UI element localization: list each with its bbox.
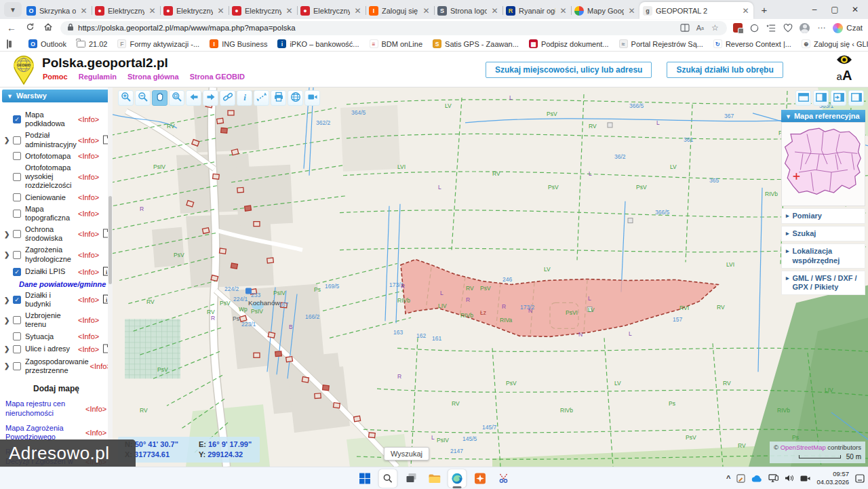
osm-link[interactable]: OpenStreetMap (781, 444, 826, 451)
tab-close-icon[interactable]: ✕ (627, 6, 636, 16)
expand-chevron-icon[interactable]: ❯ (4, 251, 13, 258)
tray-chevron-up-icon[interactable]: ^ (726, 474, 730, 482)
tab-close-icon[interactable]: ✕ (741, 6, 750, 16)
layer-checkbox[interactable] (13, 345, 21, 353)
tab-close-icon[interactable]: ✕ (490, 6, 499, 16)
split-screen-icon[interactable] (679, 22, 690, 33)
profile-avatar[interactable] (800, 23, 810, 33)
layer-checkbox[interactable] (13, 173, 21, 181)
panel-top-button[interactable] (795, 90, 811, 106)
tab-search-button[interactable]: ▼ (4, 2, 22, 17)
panel-right-button[interactable] (813, 90, 829, 106)
bookmark-item-2[interactable]: 21.02 (77, 40, 108, 48)
bookmark-item-5[interactable]: iiPKO – bankowość... (277, 39, 359, 48)
layer-info-link[interactable]: <Info> (78, 210, 102, 218)
layer-info-link[interactable]: <Info> (78, 173, 102, 181)
layer-info-link[interactable]: <Info> (78, 332, 102, 340)
onedrive-icon[interactable] (751, 475, 762, 482)
header-link-pomoc[interactable]: Pomoc (43, 73, 68, 81)
layer-checkbox[interactable]: ✓ (13, 296, 21, 304)
tab-close-icon[interactable]: ✕ (285, 6, 294, 16)
window-minimize-button[interactable]: – (804, 0, 825, 19)
expand-chevron-icon[interactable]: ❯ (4, 345, 13, 353)
edge-browser-button[interactable] (448, 469, 467, 488)
info-tool-button[interactable]: i (237, 90, 252, 106)
layer-info-link[interactable]: <Info> (78, 193, 102, 201)
back-tool-button[interactable] (186, 90, 201, 106)
window-maximize-button[interactable]: ▢ (825, 0, 845, 19)
windows-start-button[interactable] (356, 469, 374, 488)
addmap-link-1[interactable]: Mapa rejestru cen nieruchomości (5, 399, 85, 418)
forward-tool-button[interactable] (203, 90, 218, 106)
bookmark-item-9[interactable]: ≈Portal Rejestrów Są... (619, 39, 703, 48)
bookmark-item-4[interactable]: IING Business (210, 39, 267, 48)
lock-icon[interactable] (67, 23, 74, 33)
layer-checkbox[interactable]: ✓ (13, 268, 21, 276)
browser-tab-8[interactable]: RRyanair ogłasza. 10...✕ (502, 2, 571, 19)
expand-chevron-icon[interactable]: ❯ (4, 136, 13, 144)
header-link-strona-g-wna[interactable]: Strona główna (127, 73, 179, 81)
reference-panel-header[interactable]: ▼Mapa referencyjna (781, 110, 865, 122)
photos-app-button[interactable] (471, 469, 490, 488)
bookmark-item-8[interactable]: ▦Podpisz dokument... (529, 39, 609, 48)
browser-tab-2[interactable]: ●Elektryczny wózek p...✕ (92, 2, 160, 19)
window-close-button[interactable]: ✕ (845, 0, 865, 19)
read-aloud-icon[interactable]: Aa (694, 22, 705, 33)
tab-close-icon[interactable]: ✕ (216, 6, 225, 16)
display-device-icon[interactable] (768, 474, 778, 482)
bookmark-item-6[interactable]: ≡BDM onLine (370, 39, 423, 48)
tab-close-icon[interactable]: ✕ (79, 6, 88, 16)
header-link-strona-geobid[interactable]: Strona GEOBID (190, 73, 245, 81)
bookmarks-sidebar-toggle-icon[interactable] (7, 39, 8, 49)
taskbar-clock[interactable]: 09:57 04.03.2026 (816, 470, 849, 486)
speaker-icon[interactable] (785, 474, 794, 482)
browser-tab-1[interactable]: OSkrzynka odbiorcza -✕ (23, 2, 92, 19)
layer-checkbox[interactable] (13, 193, 21, 201)
accessibility-control[interactable]: aA (835, 54, 853, 82)
tab-close-icon[interactable]: ✕ (559, 6, 568, 16)
panel-menu-gml-wfs-dxf-gpx-pikiety[interactable]: ▸GML / WFS / DXF / GPX / Pikiety (781, 271, 865, 295)
search-button-1[interactable]: Szukaj miejscowości, ulicy lub adresu (486, 62, 652, 78)
geobid-logo[interactable]: GEOBID (9, 54, 38, 87)
layer-info-link[interactable]: <Info> (78, 296, 102, 304)
new-tab-button[interactable]: + (756, 1, 772, 18)
expand-chevron-icon[interactable]: ❯ (4, 317, 13, 324)
layer-checkbox[interactable] (13, 136, 21, 144)
settings-menu-icon[interactable]: ⋯ (816, 22, 827, 33)
browser-tab-3[interactable]: ●Elektryczny wózek p...✕ (160, 2, 229, 19)
layer-checkbox[interactable] (13, 152, 21, 160)
layer-info-link[interactable]: <Info> (78, 152, 102, 160)
layer-checkbox[interactable]: ✓ (13, 115, 21, 123)
measure-tool-button[interactable] (254, 90, 269, 106)
zoom-out-tool-button[interactable] (135, 90, 151, 106)
extension-shield-icon[interactable] (733, 23, 743, 33)
expand-chevron-icon[interactable]: ❯ (4, 362, 13, 370)
font-size-toggle[interactable]: aA (835, 69, 853, 82)
file-explorer-button[interactable] (425, 469, 443, 488)
layer-checkbox[interactable] (13, 251, 21, 259)
bookmark-item-10[interactable]: ↻Reverso Context |... (713, 39, 791, 48)
camera-tool-button[interactable] (304, 90, 320, 106)
extension-crescent-icon[interactable] (749, 22, 760, 33)
map-canvas[interactable]: 224/2224/1233KochanówWpPsIV167166/2223/1… (113, 87, 868, 467)
taskbar-search-button[interactable] (379, 469, 397, 488)
camera-icon[interactable] (800, 475, 810, 482)
layer-info-link[interactable]: <Info> (78, 268, 102, 276)
zoom-window-tool-button[interactable] (169, 90, 184, 106)
browser-tab-6[interactable]: IZaloguj się do ING B...✕ (366, 2, 434, 19)
panel-arrow-button[interactable] (831, 90, 846, 106)
layer-checkbox[interactable] (13, 332, 21, 340)
bookmark-item-11[interactable]: ⊕Zaloguj się ‹ GLITH... (802, 39, 868, 48)
scrollbar-thumb[interactable] (108, 196, 112, 284)
browser-tab-4[interactable]: ●Elektryczny wózek p...✕ (229, 2, 297, 19)
layer-checkbox[interactable] (13, 316, 21, 324)
bookmark-item-3[interactable]: FFormy aktywizacji -... (117, 39, 199, 48)
back-icon[interactable]: ← (5, 22, 18, 33)
layers-panel-header[interactable]: ▼Warstwy (2, 90, 111, 102)
panel-menu-szukaj[interactable]: ▸Szukaj (781, 226, 865, 241)
tab-close-icon[interactable]: ✕ (148, 6, 157, 16)
favorites-list-icon[interactable] (766, 22, 776, 33)
header-link-regulamin[interactable]: Regulamin (79, 73, 117, 81)
browser-tab-10[interactable]: gGEOPORTAL 2✕ (639, 2, 753, 19)
favorite-star-icon[interactable]: ☆ (709, 22, 720, 33)
